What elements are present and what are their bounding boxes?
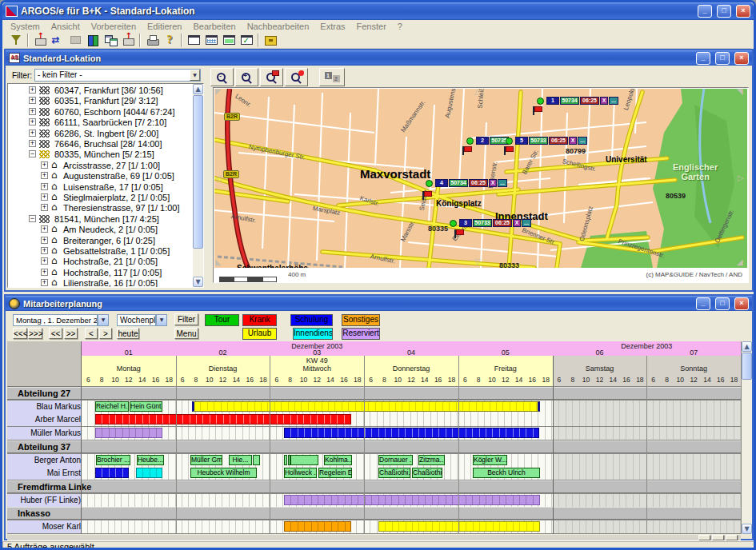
gantt-bar-tour[interactable]: Regelein E... — [318, 468, 352, 478]
location-window-titlebar[interactable]: AS Standard-Lokation _ □ × — [6, 50, 752, 66]
legend-sonstiges[interactable]: Sonstiges — [342, 314, 380, 326]
stop-flag-icon[interactable] — [454, 229, 456, 238]
gantt-bar-tour[interactable]: Zitzma... — [418, 455, 445, 465]
gantt-bar-urlaub[interactable] — [378, 521, 540, 532]
plan-type-combobox[interactable]: Wochenplan — [117, 314, 156, 326]
menu-item-ansicht[interactable]: Ansicht — [46, 21, 86, 32]
pan-northeast-icon[interactable]: ◥ — [737, 89, 743, 96]
tree-item[interactable]: +⌂Luisenstraße, 17 [1/ 0:05] — [8, 181, 192, 192]
employee-label[interactable]: Blau Markus — [7, 401, 84, 413]
filter-button[interactable]: Filter — [174, 313, 198, 325]
tree-item[interactable]: +⌂Am Neudeck, 2 [1/ 0:05] — [8, 224, 192, 234]
calendar-table-button[interactable] — [202, 33, 220, 48]
tree-scrollbar[interactable]: ▲ ▼ — [193, 84, 203, 287]
upload-box-2-button[interactable] — [119, 33, 137, 48]
legend-tour[interactable]: Tour — [205, 314, 239, 326]
pan-left-icon[interactable]: ◁ — [215, 174, 222, 182]
marker-close-button[interactable]: X — [489, 179, 497, 187]
copy-windows-button[interactable] — [102, 33, 119, 48]
tree-expand-toggle[interactable]: + — [29, 130, 36, 137]
stop-flag-icon[interactable] — [533, 106, 534, 115]
tree-expand-toggle[interactable]: + — [41, 161, 48, 169]
tree-item[interactable]: +⌂Arcisstrasse, 27 [1/ 1:00] — [8, 160, 192, 170]
bottom-strip-button[interactable] — [726, 535, 738, 540]
tree-item[interactable]: +60351, Frankfurt [29/ 3:12] — [8, 95, 192, 106]
marker-close-button[interactable]: X — [513, 219, 521, 227]
location-maximize-button[interactable]: □ — [715, 52, 730, 65]
tree-scroll-down-button[interactable]: ▼ — [193, 277, 203, 287]
nav-button-5[interactable]: > — [99, 328, 112, 339]
menu-item-fenster[interactable]: Fenster — [351, 21, 392, 32]
map-marker[interactable]: 55073306:25X... — [515, 137, 587, 145]
nav-button-3[interactable]: >> — [64, 328, 78, 339]
gantt-bar-tour[interactable] — [253, 455, 260, 465]
gantt-scrollbar[interactable]: ▲ ▼ — [742, 341, 752, 534]
tree-item[interactable]: +⌂Stieglmaierplatz, 2 [1/ 0:05] — [8, 192, 192, 202]
menu-item-editieren[interactable]: Editieren — [142, 21, 187, 32]
marker-close-button[interactable]: X — [569, 137, 577, 145]
nav-button-4[interactable]: < — [85, 328, 98, 339]
tree-item[interactable]: +⌂Gebsattelstraße, 1 [1/ 0:05] — [8, 245, 192, 256]
gantt-bar-urlaub[interactable] — [192, 401, 540, 412]
map-marker[interactable]: 15073406:25X... — [546, 97, 618, 105]
gantt-bar-tour[interactable]: Hollweck ... — [284, 468, 317, 478]
location-close-button[interactable]: × — [734, 52, 749, 65]
gantt-bar-tour[interactable]: Dornauer ... — [378, 455, 413, 465]
stop-flag-icon[interactable] — [422, 191, 424, 200]
calendar-check-button[interactable] — [238, 33, 255, 48]
gantt-bar-tour[interactable]: Reichel H... — [95, 401, 129, 412]
tree-expand-toggle[interactable]: + — [41, 183, 48, 190]
today-button[interactable]: heute — [117, 328, 139, 339]
gantt-bar-tour[interactable]: Beckh Ulrich — [473, 468, 540, 478]
tree-expand-toggle[interactable]: + — [41, 225, 48, 233]
marker-more-button[interactable]: ... — [522, 219, 531, 227]
gantt-bar-schulung[interactable] — [284, 428, 539, 438]
gantt-bar-sonstiges[interactable] — [284, 521, 351, 532]
gantt-bar-tour[interactable]: Brochier ... — [96, 455, 130, 465]
gantt-bar-krank[interactable] — [95, 414, 351, 424]
planning-close-button[interactable]: × — [734, 297, 749, 310]
marker-more-button[interactable]: ... — [578, 137, 587, 145]
zoom-flags-button[interactable] — [260, 68, 283, 86]
zoom-in-button[interactable]: + — [235, 68, 258, 86]
employee-label[interactable]: Moser Karl — [7, 520, 84, 533]
tree-expand-toggle[interactable]: + — [41, 269, 48, 276]
main-titlebar[interactable]: ARGOS/e für B+K - Standard-Lokation _ □ … — [2, 2, 754, 20]
tree-expand-toggle[interactable]: + — [29, 118, 36, 126]
calendar-filled-button[interactable] — [220, 33, 238, 48]
tree-scrollbar-thumb[interactable] — [193, 95, 203, 249]
tree-item[interactable]: +⌂Breiteranger, 6 [1/ 0:25] — [8, 235, 192, 245]
pan-southeast-icon[interactable]: ◢ — [737, 258, 743, 266]
gantt-bar-tour[interactable]: Chaßiothi... — [378, 468, 410, 478]
tree-expand-toggle[interactable]: + — [29, 108, 36, 115]
location-minimize-button[interactable]: _ — [696, 52, 710, 65]
legend-schulung[interactable]: Schulung — [290, 314, 333, 326]
gantt-bar-reserviert[interactable] — [95, 428, 162, 438]
stop-flag-icon[interactable] — [462, 146, 464, 155]
tree-item[interactable]: +⌂Hochstraße, 117 [1/ 0:05] — [8, 267, 192, 277]
gantt-scroll-down-button[interactable]: ▼ — [742, 524, 752, 534]
tree-scroll-up-button[interactable]: ▲ — [193, 84, 203, 94]
pan-down-icon[interactable]: ▽ — [474, 258, 481, 266]
transfer-columns-button[interactable] — [84, 33, 102, 48]
menu-item-nachbearbeiten[interactable]: Nachbearbeiten — [242, 21, 315, 32]
marker-close-button[interactable]: X — [600, 97, 608, 105]
menu-item-extras[interactable]: Extras — [314, 21, 350, 32]
upload-box-button[interactable] — [31, 33, 49, 48]
gantt-bar-tour[interactable]: Kohlma... — [324, 455, 352, 465]
stop-flag-icon[interactable] — [504, 146, 506, 155]
gantt-bar-tour[interactable]: Chaßiothi... — [412, 468, 442, 478]
printer-button[interactable] — [143, 33, 161, 48]
location-tree[interactable]: +60347, Frankfurt [36/ 10:56]+60351, Fra… — [8, 85, 192, 287]
gantt-scroll-up-button[interactable]: ▲ — [742, 341, 752, 352]
maximize-button[interactable]: □ — [717, 5, 731, 18]
gantt-bar-tour[interactable]: Heube... — [137, 455, 164, 465]
tree-item[interactable]: +60760, Eschborn [4044/ 67:24] — [8, 106, 192, 117]
tree-expand-toggle[interactable]: + — [29, 86, 36, 94]
gantt-bar-tour[interactable]: Kögler W... — [473, 455, 507, 465]
tree-expand-toggle[interactable]: + — [29, 140, 36, 147]
tree-expand-toggle[interactable]: − — [29, 215, 36, 222]
gantt-bar-innendienst[interactable] — [136, 468, 162, 478]
menu-item-vorbereiten[interactable]: Vorbereiten — [86, 21, 142, 32]
tree-item[interactable]: −81541, München [17/ 4:25] — [8, 213, 192, 224]
